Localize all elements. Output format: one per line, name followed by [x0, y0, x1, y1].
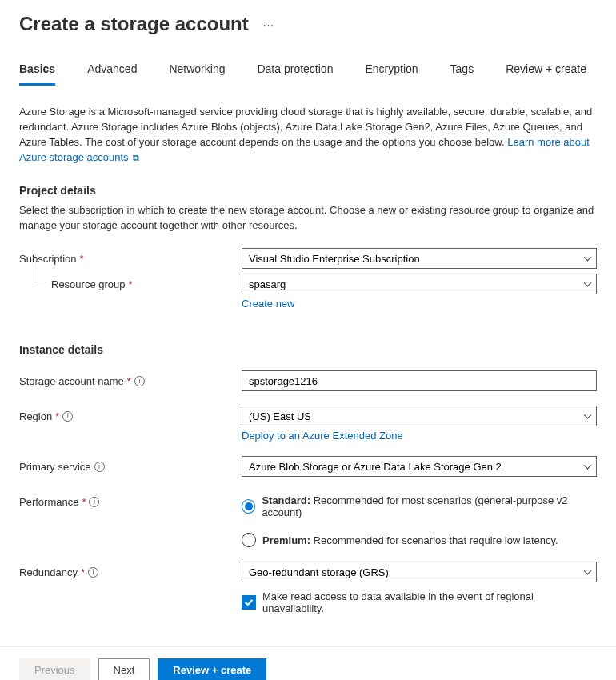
info-icon[interactable]: i — [88, 567, 98, 578]
tab-tags[interactable]: Tags — [450, 58, 474, 86]
tabs: Basics Advanced Networking Data protecti… — [19, 58, 597, 86]
required-marker: * — [129, 278, 133, 290]
review-create-button[interactable]: Review + create — [158, 658, 266, 680]
storage-account-name-label: Storage account name — [19, 375, 124, 387]
required-marker: * — [55, 410, 59, 422]
info-icon[interactable]: i — [94, 462, 105, 472]
region-select[interactable] — [242, 406, 597, 426]
primary-service-label: Primary service — [19, 461, 91, 473]
footer: Previous Next Review + create — [0, 646, 616, 680]
extended-zone-link[interactable]: Deploy to an Azure Extended Zone — [242, 430, 403, 442]
info-icon[interactable]: i — [89, 497, 99, 507]
subscription-label: Subscription — [19, 253, 77, 265]
external-link-icon: ⧉ — [130, 153, 139, 162]
redundancy-select[interactable] — [242, 562, 597, 582]
tab-data-protection[interactable]: Data protection — [257, 58, 333, 86]
previous-button: Previous — [19, 658, 90, 680]
tab-networking[interactable]: Networking — [169, 58, 225, 86]
tab-encryption[interactable]: Encryption — [365, 58, 418, 86]
tab-review-create[interactable]: Review + create — [506, 58, 586, 86]
info-icon[interactable]: i — [62, 411, 73, 422]
info-icon[interactable]: i — [134, 376, 145, 386]
page-title: Create a storage account — [19, 13, 249, 35]
tab-basics[interactable]: Basics — [19, 58, 55, 86]
performance-standard-label: Standard: Recommended for most scenarios… — [262, 494, 597, 518]
required-marker: * — [127, 375, 131, 387]
performance-standard-radio[interactable] — [242, 499, 255, 514]
required-marker: * — [82, 496, 86, 508]
tab-advanced[interactable]: Advanced — [87, 58, 137, 86]
required-marker: * — [81, 566, 85, 578]
next-button[interactable]: Next — [98, 658, 150, 680]
project-details-desc: Select the subscription in which to crea… — [19, 203, 597, 234]
intro-text: Azure Storage is a Microsoft-managed ser… — [19, 105, 597, 165]
region-label: Region — [19, 410, 52, 422]
redundancy-label: Redundancy — [19, 566, 78, 578]
read-access-checkbox[interactable] — [242, 595, 256, 610]
performance-premium-radio[interactable] — [242, 533, 256, 547]
create-new-link[interactable]: Create new — [242, 298, 294, 310]
primary-service-select[interactable] — [242, 456, 597, 477]
section-project-details: Project details — [19, 184, 597, 197]
required-marker: * — [80, 253, 84, 265]
read-access-label: Make read access to data available in th… — [262, 590, 597, 614]
intro-body: Azure Storage is a Microsoft-managed ser… — [19, 106, 592, 148]
resource-group-select[interactable] — [242, 274, 597, 294]
storage-account-name-input[interactable] — [242, 370, 597, 391]
performance-label: Performance — [19, 496, 78, 508]
subscription-select[interactable] — [242, 248, 597, 269]
more-icon[interactable]: ··· — [263, 18, 274, 30]
performance-premium-label: Premium: Recommended for scenarios that … — [262, 534, 558, 546]
resource-group-label: Resource group — [51, 278, 126, 290]
section-instance-details: Instance details — [19, 343, 597, 356]
